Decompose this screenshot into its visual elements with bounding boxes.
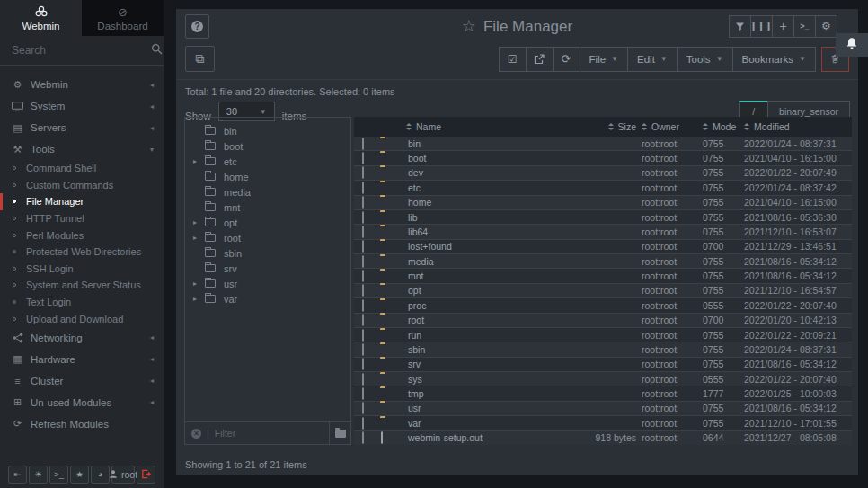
cell-name[interactable]: mnt [406,271,555,281]
columns-button[interactable]: ❙❙❙ [750,15,773,38]
tab-webmin[interactable]: Webmin [0,0,82,36]
column-header-name[interactable]: Name [406,121,555,132]
tree-item-srv[interactable]: srv [185,261,350,276]
tree-item-etc[interactable]: ▸etc [185,154,350,169]
table-row-lib64[interactable]: lib64root:root07552021/12/10 - 16:53:07 [354,224,852,238]
row-checkbox[interactable] [362,299,364,312]
row-checkbox[interactable] [362,431,364,444]
tree-item-var[interactable]: ▸var [185,291,350,306]
tree-item-usr[interactable]: ▸usr [185,276,350,291]
table-row-dev[interactable]: devroot:root07552022/01/22 - 20:07:49 [354,165,852,180]
search-icon[interactable] [151,42,163,58]
cell-name[interactable]: media [406,256,555,267]
table-row-webmin-setup-out[interactable]: webmin-setup.out918 bytesroot:root064420… [354,430,852,445]
table-row-lost-found[interactable]: lost+foundroot:root07002021/12/29 - 13:4… [354,239,852,253]
logout-button[interactable] [137,466,155,484]
table-row-sys[interactable]: sysroot:root05552022/01/22 - 20:07:40 [354,371,852,386]
refresh-button[interactable]: ⟳ [553,47,580,72]
settings-button[interactable]: ⚙ [815,15,837,38]
tree-item-bin[interactable]: bin [185,123,350,138]
row-checkbox[interactable] [362,417,364,430]
terminal-button[interactable]: >_ [49,466,68,484]
cell-name[interactable]: bin [406,138,555,149]
cell-name[interactable]: sbin [406,344,555,355]
help-button[interactable]: ? [185,14,209,39]
sidebar-subitem-text-login[interactable]: Text Login [0,294,164,311]
select-all-button[interactable]: ☑ [499,47,527,72]
sidebar-subitem-system-and-server-status[interactable]: System and Server Status [0,277,164,294]
sidebar-item-webmin[interactable]: ⚙Webmin◂ [0,74,164,95]
sidebar-item-hardware[interactable]: ▦Hardware◂ [0,349,164,370]
theme-toggle-button[interactable]: ☀ [29,466,48,484]
table-row-usr[interactable]: usrroot:root07552021/08/16 - 05:34:12 [354,401,852,415]
sidebar-item-refresh-modules[interactable]: ⟳Refresh Modules [0,413,164,435]
notifications-button[interactable] [836,33,868,57]
sidebar-item-tools[interactable]: ⚒Tools▾ [0,138,164,160]
cell-name[interactable]: var [406,418,555,429]
collapse-sidebar-button[interactable]: ⇤ [8,466,27,484]
table-row-media[interactable]: mediaroot:root07552021/08/16 - 05:34:12 [354,253,852,268]
tree-item-media[interactable]: media [185,184,350,200]
column-header-size[interactable]: Size [555,121,642,132]
table-row-opt[interactable]: optroot:root07552021/12/10 - 16:54:57 [354,283,852,297]
sidebar-item-system[interactable]: System◂ [0,95,164,117]
sidebar-subitem-protected-web-directories[interactable]: Protected Web Directories [0,244,164,261]
row-checkbox[interactable] [362,314,364,326]
row-checkbox[interactable] [362,138,364,150]
filter-button[interactable] [729,15,751,38]
table-row-root[interactable]: rootroot:root07002022/01/20 - 10:42:13 [354,313,852,327]
row-checkbox[interactable] [362,166,364,179]
cell-name[interactable]: root [406,315,555,325]
sidebar-subitem-ssh-login[interactable]: SSH Login [0,261,164,278]
row-checkbox[interactable] [362,402,364,414]
cell-name[interactable]: usr [406,403,555,413]
tree-item-opt[interactable]: ▸opt [185,215,350,230]
row-checkbox[interactable] [362,329,364,342]
expand-caret-icon[interactable]: ▸ [193,218,203,226]
cell-name[interactable]: lost+found [406,241,555,252]
expand-caret-icon[interactable]: ▸ [193,279,203,288]
expand-caret-icon[interactable]: ▸ [193,157,203,165]
table-row-home[interactable]: homeroot:root07552021/04/10 - 16:15:00 [354,195,852,209]
row-checkbox[interactable] [362,358,364,370]
expand-caret-icon[interactable]: ▸ [193,234,203,242]
row-checkbox[interactable] [362,182,364,194]
row-checkbox[interactable] [362,387,364,400]
cell-name[interactable]: opt [406,285,555,296]
row-checkbox[interactable] [362,226,364,238]
sidebar-subitem-perl-modules[interactable]: Perl Modules [0,226,164,244]
table-row-var[interactable]: varroot:root07552021/12/10 - 17:01:55 [354,415,852,430]
sidebar-subitem-command-shell[interactable]: Command Shell [0,160,164,177]
sidebar-item-networking[interactable]: Networking◂ [0,327,164,349]
cell-name[interactable]: etc [406,182,555,193]
table-row-bin[interactable]: binroot:root07552022/01/24 - 08:37:31 [354,137,852,150]
cell-name[interactable]: tmp [406,388,555,399]
edit-menu-button[interactable]: Edit▼ [627,47,678,72]
table-row-sbin[interactable]: sbinroot:root07552022/01/24 - 08:37:31 [354,342,852,356]
column-header-mode[interactable]: Mode [703,121,744,132]
sidebar-subitem-upload-and-download[interactable]: Upload and Download [0,310,164,327]
shell-button[interactable]: >_ [793,15,816,38]
paste-buffer-button[interactable]: ⧉ [185,46,215,72]
table-row-boot[interactable]: bootroot:root07552021/04/10 - 16:15:00 [354,150,852,164]
tree-item-mnt[interactable]: mnt [185,200,350,215]
row-checkbox[interactable] [362,211,364,224]
tools-menu-button[interactable]: Tools▼ [677,47,733,72]
row-checkbox[interactable] [362,240,364,253]
row-checkbox[interactable] [362,373,364,386]
search-input[interactable] [12,44,151,57]
table-row-etc[interactable]: etcroot:root07552022/01/24 - 08:37:42 [354,180,852,194]
table-row-run[interactable]: runroot:root07552022/01/22 - 20:09:21 [354,327,852,342]
bookmarks-menu-button[interactable]: Bookmarks▼ [732,47,816,72]
cell-name[interactable]: sys [406,374,555,385]
tree-item-home[interactable]: home [185,169,350,184]
tree-filter-input[interactable] [215,428,329,439]
row-checkbox[interactable] [362,196,364,209]
row-checkbox[interactable] [362,343,364,356]
tree-item-sbin[interactable]: sbin [185,245,350,261]
tab-dashboard[interactable]: ⊘ Dashboard [82,0,164,36]
cell-name[interactable]: boot [406,153,555,164]
sidebar-subitem-custom-commands[interactable]: Custom Commands [0,177,164,194]
file-menu-button[interactable]: File▼ [580,47,628,72]
user-chip[interactable]: root [111,466,135,484]
